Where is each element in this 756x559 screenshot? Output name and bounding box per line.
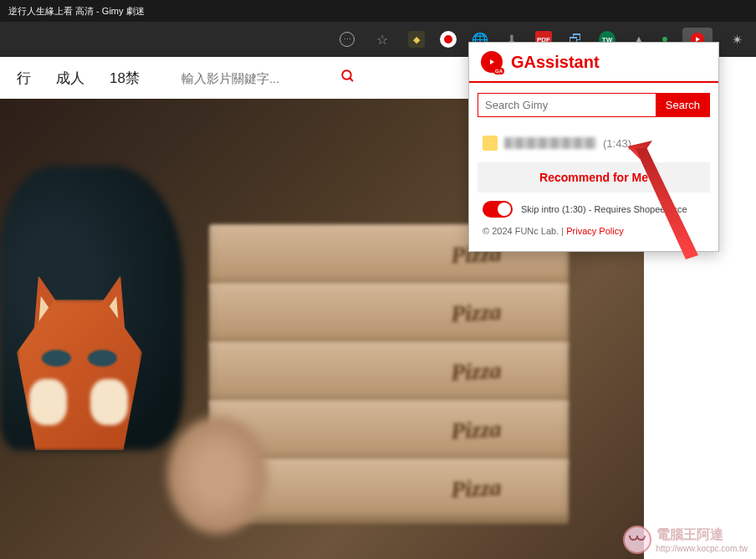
svg-point-0: [342, 70, 351, 79]
video-content-face: [167, 417, 268, 534]
bookmark-star-icon[interactable]: ☆: [373, 30, 391, 49]
gassistant-popup: GA GAssistant Search (1:43) Recommend fo…: [468, 42, 719, 252]
extension-icon-1[interactable]: ◆: [408, 31, 425, 48]
extension-icon-record[interactable]: [440, 31, 457, 48]
watermark-logo-icon: [623, 526, 651, 554]
gimy-search-input[interactable]: [478, 93, 656, 117]
video-content-fox-hat: [17, 283, 167, 467]
nav-item-1[interactable]: 行: [17, 69, 31, 88]
popup-body: Search (1:43) Recommend for Me Skip intr…: [469, 83, 718, 251]
browser-tab-bar: 逆行人生緣上看 高清 - Gimy 劇迷: [0, 0, 756, 22]
nav-item-18[interactable]: 18禁: [110, 69, 140, 88]
popup-footer: © 2024 FUNc Lab. | Privacy Policy: [478, 221, 710, 241]
extensions-menu-icon[interactable]: ✴: [728, 30, 746, 49]
gassistant-logo-icon: GA: [481, 51, 503, 73]
more-menu-icon[interactable]: ⋯: [338, 30, 356, 49]
history-item-timestamp: (1:43): [603, 137, 631, 150]
search-button[interactable]: Search: [656, 93, 710, 117]
history-item-title-redacted: [504, 137, 596, 149]
video-content-pizza-boxes: Pizza Pizza Pizza Pizza Pizza: [209, 224, 594, 559]
nav-item-adult[interactable]: 成人: [56, 69, 84, 88]
skip-intro-row: Skip intro (1:30) - Requires Shopee acce: [478, 192, 710, 221]
watermark: 電腦王阿達 http://www.kocpc.com.tw: [623, 526, 748, 554]
right-whitespace: [719, 57, 756, 559]
watermark-title: 電腦王阿達: [656, 526, 748, 544]
site-search-input[interactable]: [181, 71, 332, 85]
site-search-area: [181, 69, 355, 88]
skip-intro-label: Skip intro (1:30) - Requires Shopee acce: [521, 204, 687, 214]
popup-search-row: Search: [478, 93, 710, 117]
skip-intro-toggle[interactable]: [483, 201, 513, 218]
recommend-button[interactable]: Recommend for Me: [478, 162, 710, 192]
svg-line-1: [350, 78, 353, 81]
search-icon[interactable]: [340, 69, 355, 88]
footer-copyright: © 2024 FUNc Lab.: [483, 226, 559, 236]
history-item[interactable]: (1:43): [478, 129, 710, 157]
watermark-url: http://www.kocpc.com.tw: [656, 544, 748, 553]
history-item-icon: [483, 136, 498, 151]
popup-header: GA GAssistant: [469, 43, 718, 83]
privacy-policy-link[interactable]: Privacy Policy: [566, 226, 623, 236]
popup-title: GAssistant: [511, 53, 600, 72]
page-title: 逆行人生緣上看 高清 - Gimy 劇迷: [8, 5, 145, 18]
